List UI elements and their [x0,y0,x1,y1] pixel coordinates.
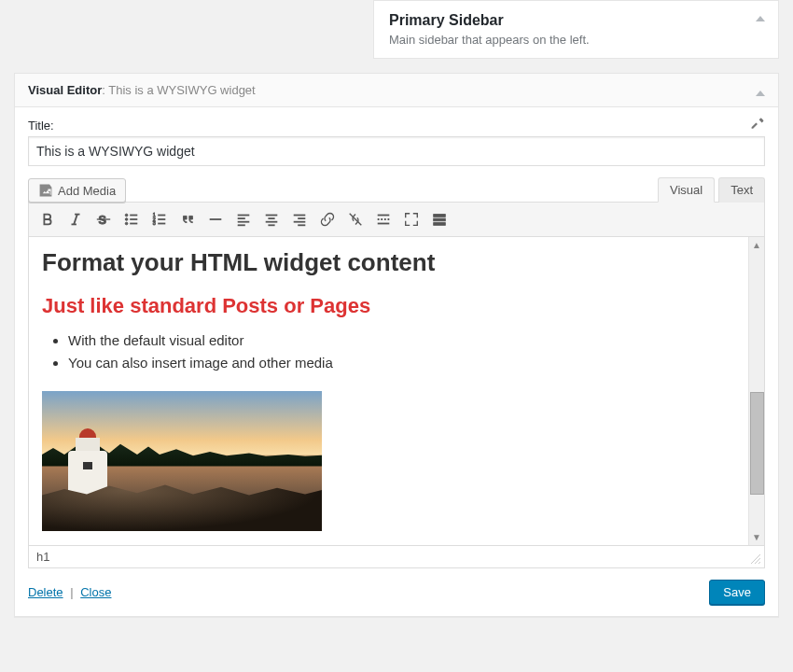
widget-header-subtitle: : This is a WYSIWYG widget [102,83,255,97]
sidebar-area-header[interactable]: Primary Sidebar Main sidebar that appear… [373,0,779,59]
widget-footer: Delete | Close Save [28,580,765,605]
italic-button[interactable] [63,206,89,232]
content-heading: Format your HTML widget content [42,248,735,277]
list-item: With the default visual editor [68,329,735,352]
editor-toolbar: S 123 [28,202,765,237]
widget-header-label: Visual Editor [28,83,102,97]
align-right-button[interactable] [286,206,313,232]
svg-point-5 [125,214,128,217]
close-link[interactable]: Close [80,585,111,599]
unlink-button[interactable] [342,206,369,232]
editor-scrollbar[interactable]: ▲ ▼ [748,237,764,545]
tab-text[interactable]: Text [718,177,765,203]
svg-rect-34 [434,215,446,217]
svg-text:3: 3 [153,220,156,226]
element-path-bar: h1 [28,546,765,568]
horizontal-rule-button[interactable] [202,206,229,232]
widget-body: Title: Add Media Visual Text S 123 [15,107,778,616]
resize-handle-icon[interactable] [749,553,760,564]
bold-button[interactable] [35,206,61,232]
title-input[interactable] [28,136,765,166]
svg-rect-36 [434,223,446,226]
media-icon [38,183,53,198]
editor-tabs: Visual Text [654,177,765,203]
editor-area: Format your HTML widget content Just lik… [28,237,765,546]
sidebar-area-description: Main sidebar that appears on the left. [389,33,763,47]
svg-line-30 [350,214,362,226]
tab-visual[interactable]: Visual [658,177,715,203]
add-media-label: Add Media [58,184,116,198]
numbered-list-button[interactable]: 123 [146,206,173,232]
widget-header[interactable]: Visual Editor: This is a WYSIWYG widget [15,74,778,107]
collapse-icon[interactable] [756,10,765,24]
svg-point-7 [125,222,128,225]
scroll-up-icon[interactable]: ▲ [750,237,764,253]
scroll-down-icon[interactable]: ▼ [750,529,764,545]
delete-link[interactable]: Delete [28,585,63,599]
clear-title-icon[interactable] [750,117,765,135]
content-list: With the default visual editor You can a… [68,329,735,374]
editor-content[interactable]: Format your HTML widget content Just lik… [29,237,748,545]
separator: | [70,585,73,599]
svg-rect-35 [434,218,446,221]
toolbar-toggle-button[interactable] [426,206,452,232]
blockquote-button[interactable] [174,206,201,232]
bullet-list-button[interactable] [118,206,145,232]
svg-point-6 [125,218,128,221]
sidebar-area-title: Primary Sidebar [389,12,763,29]
link-button[interactable] [314,206,341,232]
svg-line-0 [74,215,77,225]
content-image[interactable] [42,391,322,531]
fullscreen-button[interactable] [398,206,424,232]
title-label: Title: [28,119,765,133]
collapse-icon[interactable] [756,85,765,99]
save-button[interactable]: Save [709,580,765,605]
insert-more-button[interactable] [370,206,396,232]
add-media-button[interactable]: Add Media [28,178,126,203]
align-center-button[interactable] [258,206,285,232]
svg-line-39 [758,562,760,564]
widget-container: Visual Editor: This is a WYSIWYG widget … [14,73,779,617]
align-left-button[interactable] [230,206,257,232]
element-path[interactable]: h1 [36,550,49,564]
scroll-thumb[interactable] [750,392,764,495]
list-item: You can also insert image and other medi… [68,352,735,374]
strikethrough-button[interactable]: S [90,206,117,232]
content-subheading: Just like standard Posts or Pages [42,294,735,318]
